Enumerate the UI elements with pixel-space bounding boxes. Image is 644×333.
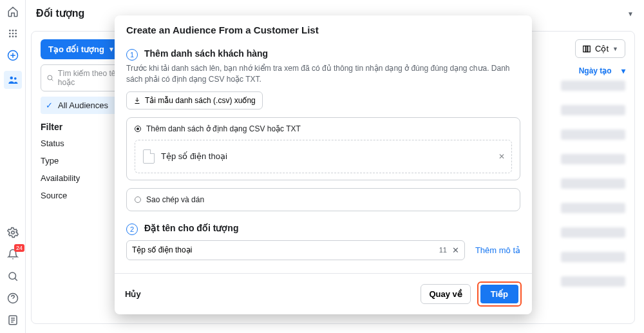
reports-icon[interactable] [6,314,19,327]
svg-point-13 [9,272,16,280]
table-row [561,81,625,91]
table-row [561,178,625,189]
svg-rect-19 [588,46,591,52]
table-row [561,276,625,287]
step-1-title: Thêm danh sách khách hàng [144,48,520,59]
chevron-down-icon: ▼ [108,46,115,53]
svg-point-0 [9,30,11,32]
create-audience-label: Tạo đối tượng [48,44,104,54]
download-template-button[interactable]: Tải mẫu danh sách (.csv) xuống [126,91,263,109]
svg-point-10 [10,77,13,80]
next-button[interactable]: Tiếp [480,285,518,303]
search-icon[interactable] [6,270,19,283]
svg-point-12 [12,231,15,234]
step-2-title: Đặt tên cho đối tượng [144,223,520,233]
create-audience-button[interactable]: Tạo đối tượng ▼ [41,39,122,59]
create-audience-modal: Create an Audience From a Customer List … [115,15,532,314]
next-button-highlight: Tiếp [477,281,522,307]
modal-body: 1 Thêm danh sách khách hàng Trước khi tả… [115,42,532,273]
svg-point-7 [12,35,14,37]
sort-icon: ▾ [621,66,625,75]
radio-unselected-icon [135,196,141,203]
file-icon [143,149,155,164]
left-nav-rail: 24 [0,0,26,333]
file-dropzone[interactable]: Tệp số điện thoại ✕ [135,140,512,173]
table-row [561,129,625,140]
step-number-icon: 1 [126,49,138,61]
columns-button[interactable]: Cột ▼ [575,39,625,58]
table-row [561,105,625,115]
svg-point-16 [48,75,52,80]
modal-header: Create an Audience From a Customer List [115,15,532,42]
step-number-icon: 2 [126,224,138,235]
audience-name-input-wrap: 11 ✕ [126,240,465,260]
svg-point-1 [12,30,14,32]
svg-point-6 [9,35,11,37]
home-icon[interactable] [6,5,19,18]
svg-point-8 [15,35,17,37]
check-icon: ✓ [46,100,53,110]
table-row [561,227,625,238]
svg-point-3 [9,33,11,35]
svg-point-4 [12,33,14,35]
add-description-link[interactable]: Thêm mô tả [475,245,520,255]
svg-point-11 [14,77,16,80]
cancel-button[interactable]: Hủy [125,289,141,299]
modal-title: Create an Audience From a Customer List [126,24,520,35]
svg-point-5 [15,33,17,35]
radio-selected-icon [135,126,141,132]
remove-file-button[interactable]: ✕ [498,152,505,161]
settings-icon[interactable] [6,226,19,239]
account-dropdown[interactable]: ▼ [627,8,634,18]
step-1: 1 Thêm danh sách khách hàng [126,48,520,61]
file-name-label: Tệp số điện thoại [161,151,227,161]
modal-footer: Hủy Quay về Tiếp [115,273,532,314]
date-column-header[interactable]: Ngày tạo ▾ [579,66,625,75]
table-rows-blurred [561,81,625,287]
chevron-down-icon: ▼ [627,10,634,17]
char-count: 11 [439,246,447,254]
all-audiences-label: All Audiences [58,100,108,110]
upload-csv-option[interactable]: Thêm danh sách ở định dạng CSV hoặc TXT … [126,117,520,180]
download-icon [133,97,141,104]
step-2: 2 Đặt tên cho đối tượng [126,223,520,235]
svg-rect-17 [583,46,586,52]
apps-icon[interactable] [6,27,19,40]
clear-input-button[interactable]: ✕ [452,245,459,255]
help-icon[interactable] [6,292,19,305]
page-title: Đối tượng [36,7,84,19]
notification-badge: 24 [14,244,24,252]
search-icon [46,74,54,82]
step-1-description: Trước khi tải danh sách lên, bạn nhớ kiể… [126,63,520,85]
back-button[interactable]: Quay về [421,284,470,304]
paste-option[interactable]: Sao chép và dán [126,188,520,211]
table-row [561,154,625,164]
table-row [561,203,625,213]
audience-name-input[interactable] [132,245,439,254]
create-icon[interactable] [6,49,19,62]
svg-rect-18 [586,46,587,52]
paste-option-label: Sao chép và dán [146,195,204,204]
svg-point-2 [15,30,17,32]
upload-csv-label: Thêm danh sách ở định dạng CSV hoặc TXT [146,124,301,133]
audiences-icon[interactable] [4,71,22,89]
notifications-icon[interactable]: 24 [6,248,19,261]
columns-icon [582,44,591,53]
chevron-down-icon: ▼ [612,46,618,52]
table-row [561,252,625,262]
